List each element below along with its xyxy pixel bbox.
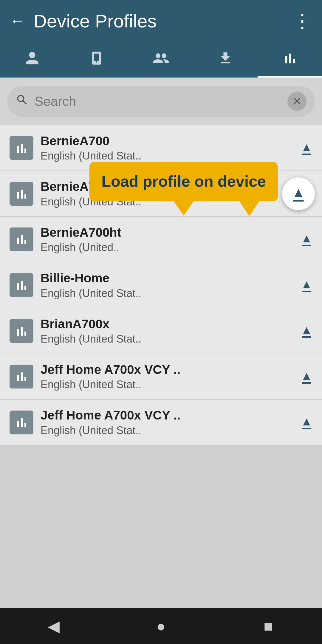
- profile-lang: English (United Stat..: [41, 333, 293, 345]
- tab-group[interactable]: [129, 42, 193, 78]
- download-icon: [218, 50, 233, 69]
- tab-bar: [0, 42, 322, 78]
- profile-name: Billie-Home: [41, 271, 293, 286]
- back-button[interactable]: ←: [10, 13, 25, 29]
- profile-list: BernieA700 English (United Stat.. ▲ Bern…: [0, 125, 322, 445]
- tab-user[interactable]: [0, 42, 64, 78]
- profile-name: BrianA700x: [41, 317, 293, 332]
- list-item[interactable]: Jeff Home A700x VCY .. English (United S…: [0, 354, 322, 400]
- phone-icon: [89, 50, 104, 69]
- load-profile-button[interactable]: ▲: [301, 141, 312, 155]
- profile-icon: [10, 273, 33, 297]
- group-icon: [152, 50, 170, 69]
- profile-info: BrianA700x English (United Stat..: [41, 317, 293, 345]
- nav-home-button[interactable]: ●: [146, 611, 176, 641]
- search-container: ✕: [0, 78, 322, 125]
- profile-icon: [10, 136, 33, 160]
- upload-arrow-icon: ▲: [292, 186, 305, 199]
- list-item[interactable]: Billie-Home English (United Stat.. ▲: [0, 262, 322, 308]
- load-profile-button[interactable]: ▲: [301, 370, 312, 384]
- tab-device[interactable]: [64, 42, 129, 78]
- page-title: Device Profiles: [33, 10, 157, 32]
- profile-info: Billie-Home English (United Stat..: [41, 271, 293, 299]
- header: ← Device Profiles ⋮: [0, 0, 322, 42]
- list-item[interactable]: BrianA700x English (United Stat.. ▲: [0, 308, 322, 354]
- profile-icon: [10, 319, 33, 343]
- load-profile-fab-button[interactable]: ▲: [282, 177, 315, 210]
- profile-lang: English (United Stat..: [41, 150, 293, 162]
- list-item[interactable]: BernieA700ht English (United.. ▲: [0, 217, 322, 262]
- load-profile-button[interactable]: ▲: [301, 415, 312, 429]
- search-box: ✕: [7, 86, 315, 117]
- search-icon: [16, 93, 29, 109]
- profile-info: BernieA700 English (United Stat..: [41, 134, 293, 162]
- profile-lang: English (United Stat..: [41, 378, 293, 391]
- profile-info: Jeff Home A700x VCY .. English (United S…: [41, 408, 293, 436]
- tooltip-box: Load profile on device: [89, 162, 278, 201]
- tooltip-text: Load profile on device: [101, 173, 266, 190]
- list-item[interactable]: BernieA700English1 English (United Stat.…: [0, 171, 322, 216]
- search-input[interactable]: [35, 94, 281, 109]
- profile-name: BernieA700ht: [41, 225, 293, 240]
- more-options-button[interactable]: ⋮: [293, 15, 312, 27]
- profile-lang: English (United Stat..: [41, 424, 293, 437]
- load-profile-button[interactable]: ▲: [301, 278, 312, 292]
- tab-chart[interactable]: [258, 42, 322, 78]
- profile-icon: [10, 365, 33, 388]
- load-profile-button[interactable]: ▲: [301, 324, 312, 338]
- nav-recent-button[interactable]: ■: [253, 611, 283, 641]
- profile-lang: English (United Stat..: [41, 287, 293, 300]
- load-profile-button[interactable]: ▲: [301, 232, 312, 246]
- profile-info: BernieA700ht English (United..: [41, 225, 293, 254]
- profile-name: BernieA700: [41, 134, 293, 148]
- header-left: ← Device Profiles: [10, 10, 157, 32]
- bottom-nav: ◀ ● ■: [0, 608, 322, 644]
- search-clear-button[interactable]: ✕: [287, 92, 306, 111]
- upload-line-icon: [293, 200, 304, 202]
- profile-icon: [10, 411, 33, 434]
- profile-name: Jeff Home A700x VCY ..: [41, 408, 293, 423]
- person-icon: [24, 50, 40, 69]
- profile-name: Jeff Home A700x VCY ..: [41, 362, 293, 377]
- chart-icon: [282, 50, 298, 69]
- profile-info: Jeff Home A700x VCY .. English (United S…: [41, 362, 293, 391]
- tooltip-balloon: Load profile on device: [89, 162, 278, 201]
- profile-icon: [10, 182, 33, 206]
- tab-download[interactable]: [193, 42, 258, 78]
- list-item[interactable]: Jeff Home A700x VCY .. English (United S…: [0, 400, 322, 445]
- nav-back-button[interactable]: ◀: [39, 611, 69, 641]
- profile-lang: English (United..: [41, 241, 293, 254]
- profile-icon: [10, 227, 33, 251]
